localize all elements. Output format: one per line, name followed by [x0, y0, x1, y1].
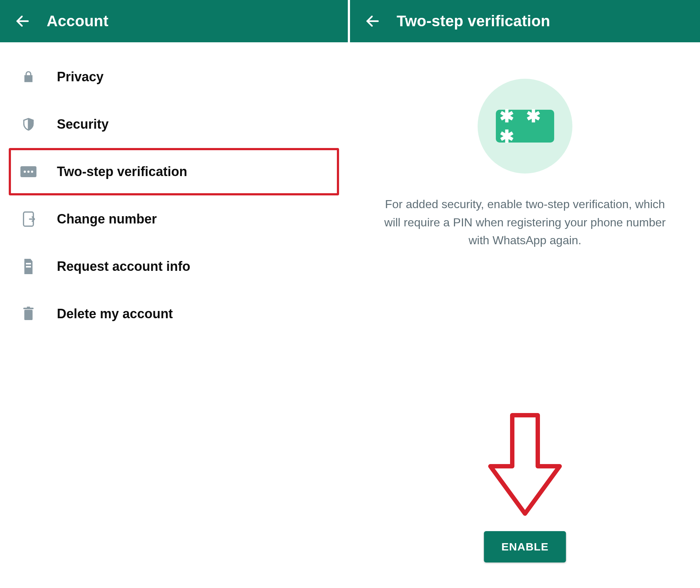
svg-point-2 — [24, 171, 26, 173]
account-title: Account — [47, 12, 108, 30]
menu-item-label: Privacy — [57, 69, 104, 85]
back-button[interactable] — [362, 11, 383, 31]
menu-item-label: Two-step verification — [57, 164, 187, 179]
pin-icon — [19, 166, 38, 177]
lock-icon — [19, 70, 38, 84]
two-step-verification-panel: Two-step verification ✱ ✱ ✱ For added se… — [350, 0, 700, 588]
menu-item-delete-account[interactable]: Delete my account — [9, 290, 339, 338]
pin-illustration: ✱ ✱ ✱ — [478, 79, 572, 174]
menu-item-privacy[interactable]: Privacy — [9, 53, 339, 101]
pin-badge: ✱ ✱ ✱ — [496, 110, 554, 143]
menu-item-two-step-verification[interactable]: Two-step verification — [9, 148, 339, 195]
two-step-description: For added security, enable two-step veri… — [379, 195, 671, 250]
two-step-header: Two-step verification — [350, 0, 700, 42]
account-menu: Privacy Security Two-step verification C… — [0, 42, 348, 348]
two-step-title: Two-step verification — [397, 12, 550, 30]
menu-item-security[interactable]: Security — [9, 101, 339, 148]
menu-item-change-number[interactable]: Change number — [9, 195, 339, 243]
pin-badge-text: ✱ ✱ ✱ — [499, 106, 554, 147]
shield-icon — [19, 117, 38, 131]
menu-item-label: Request account info — [57, 259, 190, 274]
account-settings-panel: Account Privacy Security Two-step verifi — [0, 0, 350, 588]
annotation-arrow-down-icon — [485, 412, 565, 519]
svg-rect-9 — [23, 308, 34, 309]
arrow-left-icon — [365, 13, 381, 29]
menu-item-label: Change number — [57, 211, 157, 227]
svg-point-3 — [27, 171, 30, 173]
svg-point-4 — [31, 171, 33, 173]
trash-icon — [19, 307, 38, 321]
menu-item-request-account-info[interactable]: Request account info — [9, 243, 339, 290]
two-step-content: ✱ ✱ ✱ For added security, enable two-ste… — [350, 42, 700, 588]
sim-icon — [19, 211, 38, 227]
menu-item-label: Delete my account — [57, 306, 173, 322]
enable-button-label: ENABLE — [501, 541, 548, 553]
svg-rect-8 — [24, 310, 33, 320]
back-button[interactable] — [12, 11, 33, 31]
enable-button[interactable]: ENABLE — [484, 531, 566, 562]
document-icon — [19, 259, 38, 274]
account-header: Account — [0, 0, 348, 42]
arrow-left-icon — [15, 13, 31, 29]
svg-rect-7 — [26, 266, 31, 268]
svg-rect-6 — [26, 263, 31, 264]
svg-rect-10 — [27, 307, 30, 308]
menu-item-label: Security — [57, 117, 109, 132]
